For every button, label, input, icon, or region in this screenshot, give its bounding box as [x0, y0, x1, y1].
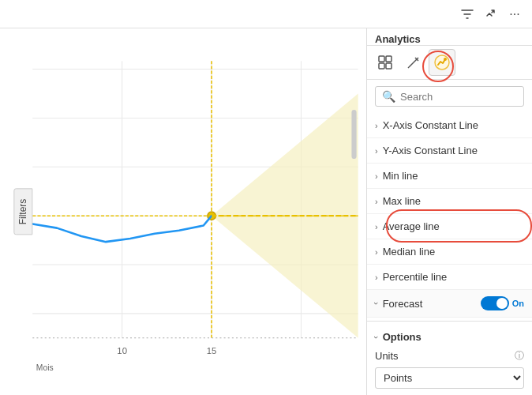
grid-view-button[interactable]	[372, 49, 399, 76]
analytics-icons-row	[367, 46, 532, 80]
options-header-item[interactable]: › Options	[375, 328, 524, 346]
right-panel: Analytics	[366, 28, 532, 395]
search-input[interactable]	[400, 91, 532, 103]
svg-rect-18	[351, 110, 356, 159]
info-icon: ⓘ	[515, 349, 524, 363]
options-title: Options	[383, 331, 421, 343]
list-item-average[interactable]: › Average line	[367, 214, 532, 239]
svg-rect-22	[386, 63, 392, 69]
chart-svg: 10 15 Mois	[0, 28, 366, 395]
filter-button[interactable]	[456, 3, 478, 25]
list-item-x-axis[interactable]: › X-Axis Constant Line	[367, 113, 532, 138]
svg-rect-21	[379, 63, 384, 69]
chevron-right-icon: ›	[375, 197, 378, 206]
item-label: Average line	[383, 220, 440, 232]
svg-rect-20	[386, 56, 392, 62]
analytics-title: Analytics	[375, 33, 421, 45]
svg-text:Mois: Mois	[36, 363, 54, 372]
units-select[interactable]: Points	[375, 367, 524, 389]
item-label: Median line	[383, 246, 436, 258]
list-item-min[interactable]: › Min line	[367, 164, 532, 189]
chevron-down-icon: ›	[372, 336, 381, 339]
list-item-y-axis[interactable]: › Y-Axis Constant Line	[367, 138, 532, 164]
search-box[interactable]: 🔍	[375, 86, 524, 107]
chevron-right-icon: ›	[375, 247, 378, 257]
expand-button[interactable]	[480, 3, 502, 25]
analytics-list: › X-Axis Constant Line › Y-Axis Constant…	[367, 113, 532, 321]
chevron-down-icon: ›	[372, 302, 381, 305]
toolbar: ···	[0, 0, 532, 28]
units-label: Units	[375, 350, 399, 362]
svg-text:10: 10	[117, 346, 127, 356]
format-button[interactable]	[400, 49, 427, 76]
svg-point-24	[444, 58, 447, 61]
more-options-button[interactable]: ···	[504, 3, 526, 25]
chart-area: Filters 10	[0, 28, 366, 395]
svg-text:15: 15	[207, 346, 217, 356]
list-item-forecast[interactable]: › Forecast On	[367, 290, 532, 318]
forecast-toggle[interactable]: On	[481, 296, 524, 310]
units-row: Units ⓘ	[375, 349, 524, 363]
toggle-on-label: On	[512, 299, 524, 308]
analytics-header: Analytics	[367, 28, 532, 46]
list-item-percentile[interactable]: › Percentile line	[367, 265, 532, 290]
item-label: Percentile line	[383, 271, 448, 283]
chevron-right-icon: ›	[375, 222, 378, 231]
svg-rect-19	[379, 56, 384, 62]
list-item-max[interactable]: › Max line	[367, 189, 532, 214]
toggle-slider	[481, 296, 509, 310]
item-label: Max line	[383, 195, 421, 207]
analytics-button[interactable]	[429, 49, 455, 76]
main-content: Filters 10	[0, 28, 532, 395]
chevron-right-icon: ›	[375, 121, 378, 130]
item-label: Min line	[383, 170, 418, 182]
options-section: › Options Units ⓘ Points	[367, 321, 532, 395]
chevron-right-icon: ›	[375, 171, 378, 181]
search-icon: 🔍	[382, 90, 395, 103]
list-item-median[interactable]: › Median line	[367, 239, 532, 265]
chevron-right-icon: ›	[375, 273, 378, 282]
item-label: X-Axis Constant Line	[383, 119, 478, 131]
chevron-right-icon: ›	[375, 146, 378, 156]
forecast-label: Forecast	[383, 298, 423, 310]
filters-tab[interactable]: Filters	[13, 189, 32, 235]
item-label: Y-Axis Constant Line	[383, 145, 478, 156]
